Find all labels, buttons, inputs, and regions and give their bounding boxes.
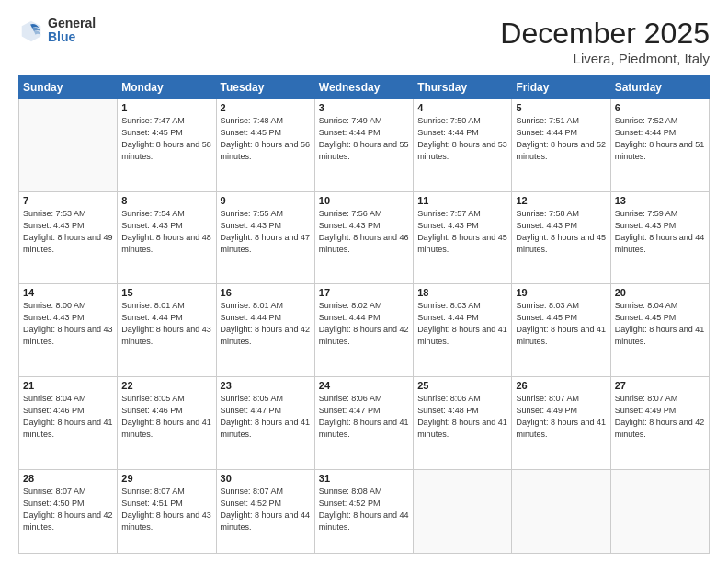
table-row: 23Sunrise: 8:05 AM Sunset: 4:47 PM Dayli…	[216, 376, 314, 469]
table-row: 16Sunrise: 8:01 AM Sunset: 4:44 PM Dayli…	[216, 284, 314, 377]
day-detail: Sunrise: 7:58 AM Sunset: 4:43 PM Dayligh…	[516, 208, 606, 256]
day-number: 10	[319, 195, 409, 206]
day-detail: Sunrise: 8:03 AM Sunset: 4:44 PM Dayligh…	[417, 300, 507, 348]
day-number: 2	[221, 102, 311, 113]
logo-icon	[18, 17, 44, 43]
table-row: 12Sunrise: 7:58 AM Sunset: 4:43 PM Dayli…	[512, 191, 610, 284]
day-number: 23	[221, 380, 311, 391]
location-title: Livera, Piedmont, Italy	[500, 51, 710, 66]
table-row: 28Sunrise: 8:07 AM Sunset: 4:50 PM Dayli…	[19, 469, 118, 554]
page: General Blue December 2025 Livera, Piedm…	[0, 0, 728, 563]
day-detail: Sunrise: 8:07 AM Sunset: 4:49 PM Dayligh…	[516, 393, 606, 441]
col-wednesday: Wednesday	[314, 76, 413, 99]
day-number: 7	[23, 195, 113, 206]
day-detail: Sunrise: 8:07 AM Sunset: 4:49 PM Dayligh…	[615, 393, 705, 441]
day-number: 30	[221, 473, 311, 484]
table-row: 9Sunrise: 7:55 AM Sunset: 4:43 PM Daylig…	[216, 191, 314, 284]
table-row: 6Sunrise: 7:52 AM Sunset: 4:44 PM Daylig…	[610, 99, 709, 192]
table-row: 18Sunrise: 8:03 AM Sunset: 4:44 PM Dayli…	[414, 284, 512, 377]
day-number: 17	[319, 287, 409, 298]
table-row: 29Sunrise: 8:07 AM Sunset: 4:51 PM Dayli…	[118, 469, 216, 554]
day-detail: Sunrise: 8:04 AM Sunset: 4:46 PM Dayligh…	[23, 393, 113, 441]
day-detail: Sunrise: 7:47 AM Sunset: 4:45 PM Dayligh…	[121, 115, 211, 163]
day-detail: Sunrise: 7:59 AM Sunset: 4:43 PM Dayligh…	[615, 208, 705, 256]
day-number: 29	[121, 473, 211, 484]
month-title: December 2025	[500, 17, 710, 51]
day-number: 16	[221, 287, 311, 298]
table-row: 4Sunrise: 7:50 AM Sunset: 4:44 PM Daylig…	[414, 99, 512, 192]
day-detail: Sunrise: 7:48 AM Sunset: 4:45 PM Dayligh…	[221, 115, 311, 163]
day-detail: Sunrise: 8:03 AM Sunset: 4:45 PM Dayligh…	[516, 300, 606, 348]
day-number: 26	[516, 380, 606, 391]
col-thursday: Thursday	[414, 76, 512, 99]
day-detail: Sunrise: 8:04 AM Sunset: 4:45 PM Dayligh…	[615, 300, 705, 348]
table-row: 27Sunrise: 8:07 AM Sunset: 4:49 PM Dayli…	[610, 376, 709, 469]
day-detail: Sunrise: 8:07 AM Sunset: 4:52 PM Dayligh…	[221, 486, 311, 534]
day-number: 28	[23, 473, 113, 484]
table-row: 8Sunrise: 7:54 AM Sunset: 4:43 PM Daylig…	[118, 191, 216, 284]
table-row: 20Sunrise: 8:04 AM Sunset: 4:45 PM Dayli…	[610, 284, 709, 377]
title-block: December 2025 Livera, Piedmont, Italy	[500, 17, 710, 66]
day-number: 20	[615, 287, 705, 298]
day-detail: Sunrise: 7:56 AM Sunset: 4:43 PM Dayligh…	[319, 208, 409, 256]
table-row: 3Sunrise: 7:49 AM Sunset: 4:44 PM Daylig…	[314, 99, 413, 192]
day-number: 5	[516, 102, 606, 113]
day-number: 21	[23, 380, 113, 391]
table-row: 19Sunrise: 8:03 AM Sunset: 4:45 PM Dayli…	[512, 284, 610, 377]
day-number: 8	[121, 195, 211, 206]
col-monday: Monday	[118, 76, 216, 99]
table-row: 15Sunrise: 8:01 AM Sunset: 4:44 PM Dayli…	[118, 284, 216, 377]
day-number: 22	[121, 380, 211, 391]
col-friday: Friday	[512, 76, 610, 99]
table-row	[19, 99, 118, 192]
day-detail: Sunrise: 8:06 AM Sunset: 4:48 PM Dayligh…	[417, 393, 507, 441]
day-number: 1	[121, 102, 211, 113]
logo-blue-text: Blue	[48, 30, 96, 44]
table-row: 1Sunrise: 7:47 AM Sunset: 4:45 PM Daylig…	[118, 99, 216, 192]
day-detail: Sunrise: 7:53 AM Sunset: 4:43 PM Dayligh…	[23, 208, 113, 256]
table-row: 22Sunrise: 8:05 AM Sunset: 4:46 PM Dayli…	[118, 376, 216, 469]
table-row: 10Sunrise: 7:56 AM Sunset: 4:43 PM Dayli…	[314, 191, 413, 284]
day-detail: Sunrise: 7:55 AM Sunset: 4:43 PM Dayligh…	[221, 208, 311, 256]
day-detail: Sunrise: 8:01 AM Sunset: 4:44 PM Dayligh…	[221, 300, 311, 348]
col-tuesday: Tuesday	[216, 76, 314, 99]
table-row: 2Sunrise: 7:48 AM Sunset: 4:45 PM Daylig…	[216, 99, 314, 192]
day-detail: Sunrise: 7:51 AM Sunset: 4:44 PM Dayligh…	[516, 115, 606, 163]
table-row: 11Sunrise: 7:57 AM Sunset: 4:43 PM Dayli…	[414, 191, 512, 284]
table-row	[610, 469, 709, 554]
table-row: 25Sunrise: 8:06 AM Sunset: 4:48 PM Dayli…	[414, 376, 512, 469]
table-row	[512, 469, 610, 554]
day-detail: Sunrise: 7:54 AM Sunset: 4:43 PM Dayligh…	[121, 208, 211, 256]
day-detail: Sunrise: 7:57 AM Sunset: 4:43 PM Dayligh…	[417, 208, 507, 256]
day-number: 14	[23, 287, 113, 298]
col-sunday: Sunday	[19, 76, 118, 99]
day-detail: Sunrise: 8:02 AM Sunset: 4:44 PM Dayligh…	[319, 300, 409, 348]
day-number: 11	[417, 195, 507, 206]
day-detail: Sunrise: 7:49 AM Sunset: 4:44 PM Dayligh…	[319, 115, 409, 163]
table-row: 21Sunrise: 8:04 AM Sunset: 4:46 PM Dayli…	[19, 376, 118, 469]
day-number: 19	[516, 287, 606, 298]
day-detail: Sunrise: 8:05 AM Sunset: 4:47 PM Dayligh…	[221, 393, 311, 441]
logo-text: General Blue	[48, 17, 96, 45]
day-detail: Sunrise: 8:07 AM Sunset: 4:50 PM Dayligh…	[23, 486, 113, 534]
col-saturday: Saturday	[610, 76, 709, 99]
day-number: 13	[615, 195, 705, 206]
table-row: 26Sunrise: 8:07 AM Sunset: 4:49 PM Dayli…	[512, 376, 610, 469]
table-row	[414, 469, 512, 554]
day-number: 6	[615, 102, 705, 113]
day-number: 15	[121, 287, 211, 298]
calendar-table: Sunday Monday Tuesday Wednesday Thursday…	[18, 75, 710, 554]
table-row: 7Sunrise: 7:53 AM Sunset: 4:43 PM Daylig…	[19, 191, 118, 284]
day-detail: Sunrise: 8:06 AM Sunset: 4:47 PM Dayligh…	[319, 393, 409, 441]
table-row: 17Sunrise: 8:02 AM Sunset: 4:44 PM Dayli…	[314, 284, 413, 377]
day-number: 31	[319, 473, 409, 484]
table-row: 31Sunrise: 8:08 AM Sunset: 4:52 PM Dayli…	[314, 469, 413, 554]
day-number: 24	[319, 380, 409, 391]
logo-general-text: General	[48, 17, 96, 30]
calendar-header-row: Sunday Monday Tuesday Wednesday Thursday…	[19, 76, 710, 99]
day-number: 12	[516, 195, 606, 206]
day-number: 3	[319, 102, 409, 113]
day-number: 18	[417, 287, 507, 298]
day-number: 27	[615, 380, 705, 391]
day-detail: Sunrise: 8:01 AM Sunset: 4:44 PM Dayligh…	[121, 300, 211, 348]
